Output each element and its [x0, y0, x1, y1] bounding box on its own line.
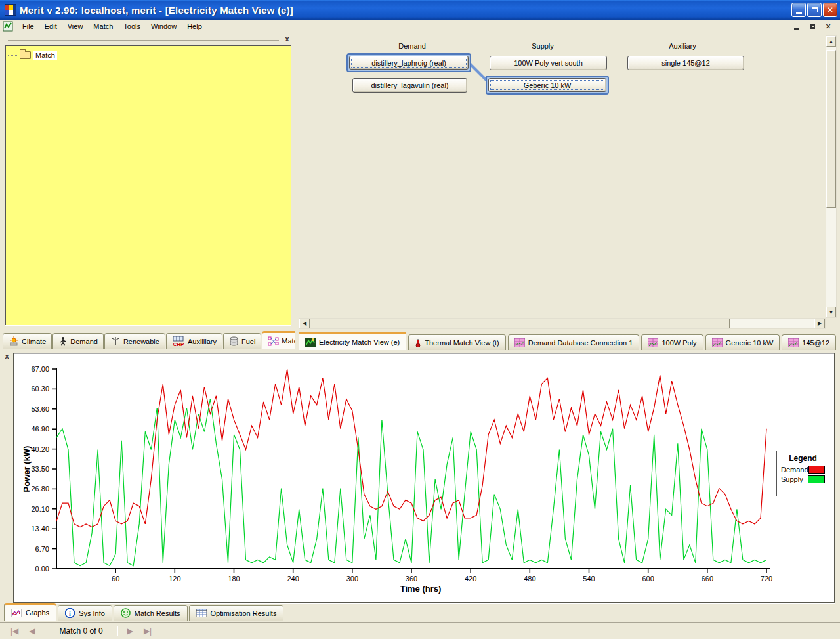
panel-header: x — [4, 35, 291, 44]
tab-generic-10kw[interactable]: Generic 10 kW — [705, 334, 780, 350]
selected-highlight: Geberic 10 kW — [486, 76, 609, 95]
tab-label: Renewable — [123, 338, 159, 345]
tab-145-12[interactable]: 145@12 — [782, 334, 836, 350]
tab-climate[interactable]: Climate — [3, 333, 52, 349]
match-tree: Match — [5, 45, 291, 326]
vertical-scroll-thumb[interactable] — [826, 50, 836, 208]
next-match-button[interactable]: ▶ — [122, 625, 138, 637]
panel-close-icon[interactable]: x — [3, 353, 11, 361]
svg-text:40.20: 40.20 — [31, 445, 49, 453]
tab-label: 100W Poly — [662, 339, 696, 347]
match-counter: Match 0 of 0 — [49, 627, 114, 636]
horizontal-scrollbar[interactable]: ◀ ▶ — [299, 318, 826, 329]
svg-text:53.60: 53.60 — [31, 405, 49, 413]
tab-label: Generic 10 kW — [726, 339, 774, 347]
svg-text:33.50: 33.50 — [31, 465, 49, 473]
tab-electricity-match-view[interactable]: Electricity Match View (e) — [299, 332, 406, 350]
view-tabs: Electricity Match View (e) Thermal Match… — [299, 332, 838, 350]
tab-demand[interactable]: Demand — [52, 333, 104, 349]
svg-text:60.30: 60.30 — [31, 385, 49, 393]
tab-fuel[interactable]: Fuel — [223, 333, 261, 349]
info-icon: i — [65, 608, 75, 618]
child-close-button[interactable]: ✕ — [823, 22, 833, 31]
chart-legend: Legend Demand Supply — [776, 451, 830, 496]
thermometer-icon — [415, 338, 421, 347]
tab-sys-info[interactable]: i Sys Info — [58, 605, 112, 621]
tab-100w-poly[interactable]: 100W Poly — [641, 334, 703, 350]
demand-icon — [58, 336, 68, 346]
database-icon — [648, 338, 658, 347]
tab-match-results[interactable]: Match Results — [114, 605, 188, 621]
child-minimize-button[interactable] — [791, 22, 802, 31]
titlebar: Merit v 2.90: localhost, merit - [Electr… — [0, 0, 840, 20]
scroll-down-icon[interactable]: ▼ — [826, 307, 836, 317]
child-restore-button[interactable] — [807, 22, 818, 31]
power-time-chart: 67.0060.3053.6046.9040.2033.5026.8020.10… — [14, 353, 834, 602]
menu-tools[interactable]: Tools — [118, 21, 146, 32]
panel-close-icon[interactable]: x — [283, 35, 291, 44]
results-panel: x 67.0060.3053.6046.9040.2033.5026.8020.… — [0, 350, 840, 623]
close-button[interactable]: ✕ — [823, 3, 837, 17]
menu-view[interactable]: View — [62, 21, 89, 32]
svg-text:Time (hrs): Time (hrs) — [400, 584, 442, 594]
child-window-icon — [3, 21, 13, 32]
restore-icon — [810, 24, 815, 29]
demand-item-button[interactable]: distillery_lagavulin (real) — [352, 78, 467, 93]
tab-label: Match Results — [135, 609, 180, 617]
restore-button[interactable] — [807, 3, 822, 17]
first-match-button[interactable]: |◀ — [5, 625, 24, 637]
supply-item-button[interactable]: 100W Poly vert south — [490, 56, 607, 70]
tree-item-match[interactable]: Match — [8, 49, 288, 61]
menu-file[interactable]: File — [17, 21, 39, 32]
tab-label: Optimisation Results — [211, 609, 277, 617]
tab-thermal-match-view[interactable]: Thermal Match View (t) — [408, 334, 506, 350]
scroll-right-icon[interactable]: ▶ — [814, 319, 825, 328]
tab-label: Electricity Match View (e) — [319, 338, 400, 346]
column-header-demand: Demand — [398, 42, 426, 50]
menu-window[interactable]: Window — [146, 21, 182, 32]
scroll-up-icon[interactable]: ▲ — [826, 36, 836, 47]
column-header-supply: Supply — [532, 42, 554, 50]
window-title: Merit v 2.90: localhost, merit - [Electr… — [20, 5, 293, 16]
smiley-icon — [121, 608, 131, 618]
last-match-button[interactable]: ▶| — [138, 625, 157, 637]
svg-text:20.10: 20.10 — [31, 505, 49, 513]
separator — [117, 626, 118, 636]
svg-text:660: 660 — [702, 575, 713, 583]
wind-turbine-icon — [110, 336, 121, 346]
supply-color-swatch — [808, 475, 825, 483]
supply-item-button[interactable]: Geberic 10 kW — [488, 78, 606, 92]
tab-auxilliary[interactable]: CHP Auxilliary — [166, 333, 222, 349]
tab-label: Fuel — [242, 338, 255, 345]
tab-graphs[interactable]: Graphs — [4, 603, 56, 621]
tab-renewable[interactable]: Renewable — [104, 333, 165, 349]
minimize-icon — [794, 28, 799, 30]
previous-match-button[interactable]: ◀ — [24, 625, 40, 637]
menubar: File Edit View Match Tools Window Help ✕ — [0, 20, 840, 33]
match-graph: 67.0060.3053.6046.9040.2033.5026.8020.10… — [13, 353, 835, 603]
svg-text:720: 720 — [761, 575, 772, 583]
horizontal-scroll-thumb[interactable] — [310, 319, 730, 328]
menu-match[interactable]: Match — [88, 21, 118, 32]
panel-gripper[interactable] — [8, 39, 279, 41]
scroll-left-icon[interactable]: ◀ — [299, 319, 310, 328]
legend-label-demand: Demand — [781, 466, 808, 474]
workspace: x Match Climate Demand — [0, 33, 840, 350]
tab-label: Sys Info — [79, 609, 105, 617]
minimize-button[interactable] — [791, 3, 806, 17]
tab-demand-database-connection[interactable]: Demand Database Connection 1 — [508, 334, 640, 350]
svg-text:600: 600 — [642, 575, 654, 583]
menu-help[interactable]: Help — [182, 21, 207, 32]
svg-text:13.40: 13.40 — [31, 525, 49, 533]
demand-item-button[interactable]: distillery_laphroig (real) — [349, 56, 469, 70]
auxiliary-item-button[interactable]: single 145@12 — [627, 56, 744, 70]
graph-icon — [11, 609, 22, 617]
sun-icon — [9, 336, 19, 346]
tab-optimisation-results[interactable]: Optimisation Results — [189, 605, 284, 621]
tree-item-label: Match — [33, 51, 57, 60]
app-icon — [5, 4, 16, 16]
vertical-scrollbar[interactable]: ▲ ▼ — [826, 35, 837, 318]
svg-text:i: i — [69, 610, 71, 617]
legend-label-supply: Supply — [781, 475, 803, 483]
menu-edit[interactable]: Edit — [39, 21, 62, 32]
